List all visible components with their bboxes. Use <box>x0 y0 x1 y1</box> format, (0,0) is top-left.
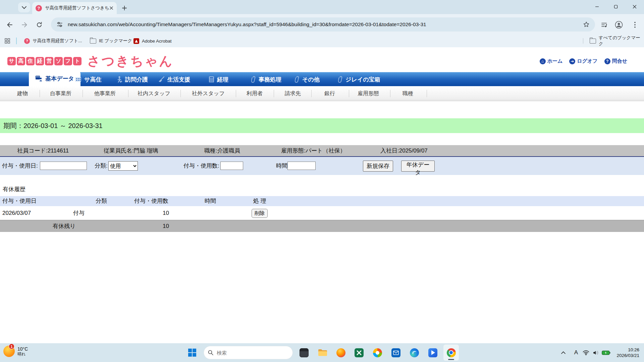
window-close-button[interactable] <box>625 0 644 13</box>
col-class: 分類 <box>96 196 107 206</box>
kebab-menu-icon <box>634 22 636 28</box>
building-icon <box>75 77 82 82</box>
browser-tab-strip: ? サ高住専用経営ソフトさつきちゃん <box>0 0 644 14</box>
back-icon <box>6 21 13 28</box>
bookmark-satsukichan[interactable]: ? サ高住専用経営ソフト... <box>24 35 82 47</box>
address-bar[interactable]: new.satsukichan.com/web/Accounting/TimeM… <box>51 17 595 32</box>
employee-name: 従業員氏名:門脇 瑠璃 <box>104 145 158 156</box>
bookmark-adobe-acrobat[interactable]: Adobe Acrobat <box>133 35 172 47</box>
media-controls-button[interactable] <box>598 19 610 31</box>
new-tab-button[interactable] <box>119 3 129 13</box>
nav-tab-accounting[interactable]: 経理 <box>209 72 228 86</box>
wifi-button[interactable] <box>581 346 591 359</box>
window-minimize-button[interactable] <box>588 0 606 13</box>
annual-leave-data-button[interactable]: 年休データ <box>401 161 435 172</box>
subnav-item-employment-type[interactable]: 雇用形態 <box>358 86 379 101</box>
site-info-icon[interactable] <box>56 21 63 28</box>
remaining-label: 有休残り <box>53 220 75 232</box>
start-button[interactable] <box>186 347 198 358</box>
broom-icon <box>158 76 165 83</box>
subnav-item-billing[interactable]: 請求先 <box>285 86 301 101</box>
site-logo[interactable]: サ 高 住 経 営 ソ フ ト さつきちゃん <box>7 55 173 67</box>
volume-button[interactable] <box>591 346 601 359</box>
favicon-glyph: ? <box>26 39 28 43</box>
site-favicon: ? <box>24 38 30 44</box>
bookmark-label: IE ブックマーク <box>99 38 132 44</box>
taskbar-app-dark-window[interactable] <box>296 345 312 361</box>
bookmark-star-icon[interactable] <box>583 21 590 28</box>
window-maximize-button[interactable] <box>606 0 625 13</box>
nav-tab-basic-data[interactable]: 基本データ <box>29 70 80 86</box>
taskbar-excel[interactable] <box>351 345 367 361</box>
nav-tab-life-support[interactable]: 生活支援 <box>158 72 190 86</box>
chrome-icon <box>447 348 456 357</box>
dark-window-icon <box>300 348 309 357</box>
weather-widget[interactable]: 1 10°C 晴れ <box>3 346 28 357</box>
nav-tab-jirei-treasure-box[interactable]: ジレイの宝箱 <box>338 72 380 86</box>
site-favicon: ? <box>36 5 42 11</box>
tab-search-button[interactable] <box>18 2 30 12</box>
battery-button[interactable] <box>601 346 611 359</box>
browser-menu-button[interactable] <box>629 19 641 31</box>
reload-icon <box>36 21 43 28</box>
taskbar-edge[interactable] <box>407 345 422 361</box>
reload-button[interactable] <box>34 19 45 31</box>
subnav-item-job-type[interactable]: 職種 <box>402 86 413 101</box>
taskbar-clock[interactable]: 10:26 2026/03/21 <box>616 347 639 358</box>
taskbar-outlook[interactable] <box>388 345 404 361</box>
taskbar-search[interactable] <box>204 346 293 359</box>
profile-avatar[interactable] <box>613 19 625 31</box>
subnav-item-bank[interactable]: 銀行 <box>324 86 335 101</box>
nav-tab-homecare[interactable]: 訪問介護 <box>116 72 148 86</box>
nav-tab-label: 経理 <box>217 76 228 83</box>
subnav-item-internal-staff[interactable]: 社内スタッフ <box>138 86 170 101</box>
avatar-icon <box>615 21 623 29</box>
class-select[interactable]: 使用 <box>108 161 138 171</box>
browser-tab[interactable]: ? サ高住専用経営ソフトさつきちゃん <box>32 2 117 14</box>
close-icon <box>633 5 637 9</box>
logo-badge: サ <box>7 57 16 65</box>
nav-tab-label: 訪問介護 <box>125 76 148 83</box>
period-bar: 期間：2026-03-01 ～ 2026-03-31 <box>0 118 644 133</box>
delete-button[interactable]: 削除 <box>252 209 268 218</box>
forward-button[interactable] <box>19 19 30 31</box>
logo-badge: ソ <box>54 57 63 65</box>
subnav-item-other-office[interactable]: 他事業所 <box>94 86 116 101</box>
taskbar-file-explorer[interactable] <box>315 345 330 361</box>
tab-close-icon[interactable] <box>109 6 113 10</box>
nav-tab-others[interactable]: その他 <box>295 72 320 86</box>
firefox-icon <box>336 348 345 357</box>
nav-tab-sakoju[interactable]: サ高住 <box>75 72 101 86</box>
subnav-item-own-office[interactable]: 自事業所 <box>50 86 71 101</box>
taskbar-media-player[interactable] <box>425 345 440 361</box>
url-text: new.satsukichan.com/web/Accounting/TimeM… <box>68 21 583 27</box>
time-input[interactable] <box>287 162 316 170</box>
tray-expand-button[interactable] <box>558 346 568 359</box>
inquiry-link[interactable]: ? 問合せ <box>604 58 627 64</box>
back-button[interactable] <box>4 19 15 31</box>
bookmark-ie-folder[interactable]: IE ブックマーク <box>90 35 132 47</box>
home-link[interactable]: ⌂ ホーム <box>540 58 563 64</box>
logoff-link[interactable]: ➔ ログオフ <box>569 58 597 64</box>
logo-badge: ト <box>73 57 82 65</box>
history-title: 有休履歴 <box>3 185 25 193</box>
subnav-item-building[interactable]: 建物 <box>17 86 28 101</box>
nav-tab-office-work[interactable]: 事務処理 <box>251 72 281 86</box>
date-input[interactable] <box>40 162 87 170</box>
home-icon: ⌂ <box>540 58 546 64</box>
count-input[interactable] <box>220 162 243 170</box>
subnav-item-users[interactable]: 利用者 <box>247 86 263 101</box>
taskbar-firefox[interactable] <box>333 345 348 361</box>
pdf-icon <box>133 38 139 44</box>
ime-indicator[interactable]: A <box>571 346 581 359</box>
subnav-item-external-staff[interactable]: 社外スタッフ <box>192 86 225 101</box>
taskbar-photos[interactable] <box>370 345 385 361</box>
running-indicator <box>448 359 454 360</box>
taskbar-chrome-active[interactable] <box>443 345 459 361</box>
save-new-button[interactable]: 新規保存 <box>363 161 393 172</box>
search-input[interactable] <box>216 350 284 356</box>
apps-grid-button[interactable] <box>5 35 10 47</box>
all-bookmarks-button[interactable]: すべてのブックマーク <box>590 35 644 47</box>
inquiry-link-label: 問合せ <box>612 58 627 64</box>
apps-grid-icon <box>5 38 10 44</box>
